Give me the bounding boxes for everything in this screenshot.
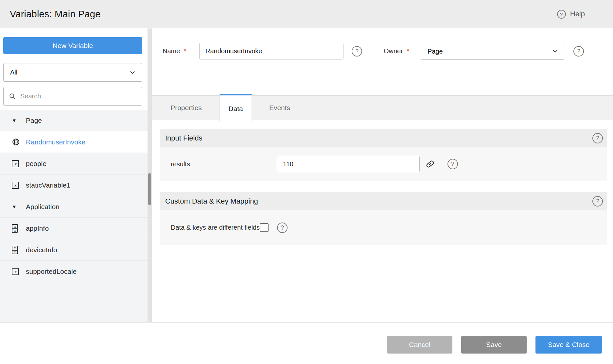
new-variable-button[interactable]: New Variable: [3, 37, 142, 54]
custom-mapping-header: Custom Data & Key Mapping ?: [160, 192, 607, 210]
different-fields-checkbox[interactable]: [260, 223, 269, 232]
page-title: Variables: Main Page: [10, 0, 101, 28]
builtin-variable-icon: xx: [12, 224, 22, 233]
variable-row[interactable]: xpeople: [0, 153, 148, 174]
required-marker: *: [407, 47, 409, 55]
tab-data[interactable]: Data: [219, 94, 252, 122]
variable-label: Page: [26, 117, 42, 124]
variable-group-row[interactable]: ▼Page: [0, 110, 148, 131]
filter-dropdown[interactable]: All: [3, 63, 142, 82]
variable-group-row[interactable]: ▼Application: [0, 196, 148, 218]
custom-mapping-title: Custom Data & Key Mapping: [165, 197, 258, 206]
input-fields-title: Input Fields: [165, 134, 202, 142]
save-and-close-button[interactable]: Save & Close: [535, 336, 602, 354]
input-fields-section: Input Fields ? results?: [160, 129, 607, 181]
builtin-variable-icon: xx: [12, 246, 22, 254]
name-label-text: Name:: [163, 47, 182, 55]
variable-row[interactable]: xxdeviceInfo: [0, 239, 148, 261]
save-button[interactable]: Save: [461, 336, 527, 354]
owner-label-text: Owner:: [384, 47, 405, 55]
cancel-button[interactable]: Cancel: [387, 336, 452, 354]
owner-help-icon[interactable]: ?: [573, 46, 584, 57]
variable-icon: x: [12, 268, 22, 275]
tab-strip: PropertiesDataEvents: [152, 95, 613, 120]
tab-properties[interactable]: Properties: [153, 96, 219, 120]
field-help-icon[interactable]: ?: [447, 159, 458, 169]
filter-dropdown-value: All: [10, 69, 129, 76]
input-fields-body: results?: [160, 147, 607, 181]
help-label: Help: [570, 10, 585, 18]
chevron-down-icon: [552, 48, 559, 55]
different-fields-help-icon[interactable]: ?: [277, 223, 288, 233]
variable-row[interactable]: xxappInfo: [0, 218, 148, 239]
variable-label: deviceInfo: [26, 246, 57, 254]
variable-label: appInfo: [26, 224, 49, 232]
name-help-icon[interactable]: ?: [352, 46, 362, 57]
field-label: results: [171, 147, 190, 181]
variable-label: people: [26, 160, 46, 168]
sidebar-scrollbar-thumb[interactable]: [148, 173, 151, 205]
web-service-icon: [12, 138, 22, 146]
tab-events[interactable]: Events: [252, 96, 307, 120]
variables-sidebar: New Variable All ▼PageRandomuserInvokexp…: [0, 28, 148, 322]
search-field: [3, 87, 142, 106]
variable-row[interactable]: RandomuserInvoke: [0, 131, 148, 153]
input-fields-help-icon[interactable]: ?: [592, 133, 603, 143]
required-marker: *: [184, 47, 186, 55]
variable-detail-pane: Name:* ? Owner:* Page ? Type: Web Servic…: [152, 28, 613, 322]
input-field-row: results?: [160, 147, 607, 181]
variable-row[interactable]: xsupportedLocale: [0, 261, 148, 282]
variable-icon: x: [12, 160, 22, 167]
variable-list: ▼PageRandomuserInvokexpeoplexstaticVaria…: [0, 110, 148, 322]
search-icon: [9, 93, 16, 100]
variable-row[interactable]: xstaticVariable1: [0, 174, 148, 196]
custom-mapping-body: Data & keys are different fields ?: [160, 210, 607, 245]
help-icon: ?: [557, 10, 566, 19]
name-input[interactable]: [199, 43, 343, 59]
custom-mapping-help-icon[interactable]: ?: [592, 196, 603, 207]
variable-label: RandomuserInvoke: [26, 138, 85, 146]
owner-label: Owner:*: [384, 43, 409, 59]
chevron-down-icon: [129, 69, 136, 76]
field-value-input[interactable]: [277, 156, 420, 172]
sidebar-scrollbar-track[interactable]: [148, 28, 152, 322]
input-fields-header: Input Fields ?: [160, 129, 607, 147]
variable-label: supportedLocale: [26, 268, 77, 275]
dialog-footer: Cancel Save Save & Close: [0, 322, 613, 364]
collapse-triangle-icon: ▼: [12, 118, 22, 123]
variable-label: staticVariable1: [26, 181, 70, 189]
help-button[interactable]: ? Help: [557, 0, 585, 28]
owner-dropdown-value: Page: [428, 48, 552, 55]
owner-dropdown[interactable]: Page: [421, 43, 564, 60]
variable-label: Application: [26, 203, 60, 211]
dialog-header: Variables: Main Page ? Help: [0, 0, 613, 28]
different-fields-label: Data & keys are different fields: [171, 224, 260, 231]
search-input[interactable]: [20, 92, 137, 100]
variable-icon: x: [12, 182, 22, 189]
name-label: Name:*: [163, 43, 186, 59]
collapse-triangle-icon: ▼: [12, 204, 22, 209]
bind-variable-link-icon[interactable]: [426, 159, 435, 169]
custom-mapping-section: Custom Data & Key Mapping ? Data & keys …: [160, 192, 607, 245]
